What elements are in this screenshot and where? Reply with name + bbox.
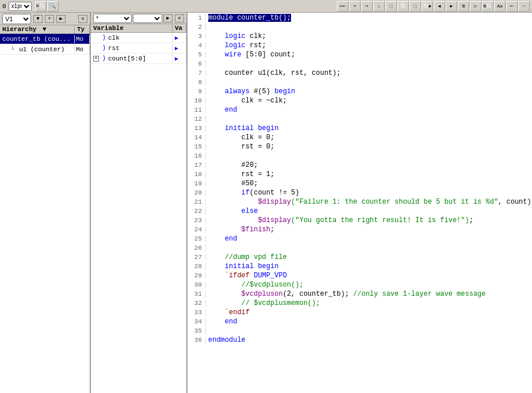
code-line: 8 [187,78,532,87]
code-text: $display("Failure 1: the counter should … [208,198,532,206]
code-text: endmodule [208,336,246,344]
code-line: 5 wire [5:0] count; [187,51,532,60]
code-text [208,60,212,68]
code-line: 7 counter u1(clk, rst, count); [187,69,532,78]
var-panel-header: * ▶ ✕ [91,13,186,24]
code-text: // $vcdplusmemon(); [208,299,320,307]
var-display-select[interactable]: * [93,14,132,23]
var-expand-arrow[interactable]: ▶ [173,34,186,42]
code-content[interactable]: 1module counter_tb();2 3 logic clk;4 log… [187,13,532,393]
line-number: 11 [187,106,206,113]
code-panel: 1module counter_tb();2 3 logic clk;4 log… [187,13,532,393]
type-col-header: Ty [75,25,90,33]
var-type-icon: ⟩ [100,33,108,42]
code-text [208,78,212,86]
var-btn-add[interactable]: ▶ [163,14,173,22]
toolbar-right-icon-7[interactable]: ⬚ [409,1,421,12]
toolbar-right-icon-1[interactable]: ⟵⟵ [337,1,349,12]
toolbar-right-icon-13[interactable]: ⊞⬜ [482,1,493,12]
code-line: 34 end [187,318,532,327]
hierarchy-row[interactable]: └ u1 (counter) Mo [0,44,90,55]
code-text [208,244,212,252]
middle-panel: * ▶ ✕ Variable Va ⟩ clk ▶ ⟩ rst ▶ + ⟩ co… [91,13,187,393]
code-text [208,152,212,160]
code-line: 33 `endif [187,308,532,318]
code-line: 30 //$vcdpluson(); [187,281,532,290]
line-number: 13 [187,125,206,132]
code-text: counter u1(clk, rst, count); [208,69,340,77]
code-text: #20; [208,161,258,169]
toolbar-right-icon-12[interactable]: ▷ [470,1,481,12]
toolbar-right-icon-9[interactable]: ◀ [434,1,445,12]
toolbar-right-icon-6[interactable]: ⬜ [397,1,409,12]
var-row-name: rst [108,45,120,52]
toolbar-right-icon-11[interactable]: ⊞ [458,1,469,12]
scope-btn-1[interactable]: ▼ [33,15,43,23]
var-type-icon: ⟩ [100,44,108,52]
line-number: 1 [187,14,206,21]
line-number: 27 [187,254,206,261]
toolbar-right-icon-15[interactable]: ⟵ [506,1,518,12]
code-line: 19 #50; [187,180,532,189]
toolbar-right-icon-8[interactable]: ⬜▶ [422,1,433,12]
code-text: $vcdpluson(2, counter_tb); //only save 1… [208,290,485,298]
code-line: 24 $finish; [187,226,532,235]
var-filter-select[interactable] [133,14,162,23]
toolbar-right-icon-2[interactable]: ↶ [349,1,361,12]
toolbar-right-icon-14[interactable]: Aa [494,1,506,12]
line-number: 6 [187,60,206,67]
line-number: 14 [187,134,206,141]
var-expand-arrow[interactable]: ▶ [173,55,186,63]
value-col-header: Va [173,24,186,32]
code-text: $finish; [208,226,274,234]
code-text: wire [5:0] count; [208,51,295,59]
code-line: 3 logic clk; [187,32,532,41]
line-number: 31 [187,291,206,297]
code-line: 21 $display("Failure 1: the counter shou… [187,198,532,207]
line-number: 28 [187,263,206,270]
var-column-headers: Variable Va [91,24,186,33]
toolbar-right-icon-16[interactable]: → [518,1,530,12]
code-text: `endif [208,308,250,316]
code-text: initial begin [208,124,278,132]
toolbar-right-icon-5[interactable]: ⬚ [385,1,397,12]
time-value: 0 [2,3,6,10]
line-number: 23 [187,217,206,224]
line-number: 21 [187,199,206,205]
hierarchy-row[interactable]: counter_tb (cou... Mo [0,34,90,44]
close-var-panel-btn[interactable]: ✕ [175,14,184,22]
variable-row[interactable]: + ⟩ count[5:0] ▶ [91,54,186,64]
code-text: else [208,207,258,215]
variable-row[interactable]: ⟩ rst ▶ [91,43,186,54]
var-expand-arrow[interactable]: ▶ [173,44,186,52]
code-text: end [208,106,237,114]
expand-btn[interactable]: + [93,56,99,62]
code-line: 32 // $vcdplusmemon(); [187,299,532,308]
code-text: //dump vpd file [208,253,287,261]
main-container: V1 ▼ + ▶ ✕ Hierarchy ▼ Ty counter_tb (co… [0,13,532,393]
code-line: 14 clk = 0; [187,133,532,143]
line-number: 5 [187,51,206,58]
code-text: rst = 0; [208,143,274,151]
toolbar-right-icon-4[interactable]: ↓ [373,1,385,12]
scope-btn-3[interactable]: ▶ [56,15,66,23]
code-text: logic clk; [208,32,266,40]
code-text: `ifdef DUMP_VPD [208,272,287,280]
code-text: //$vcdpluson(); [208,281,304,289]
code-line: 36endmodule [187,336,532,345]
toolbar-right-icon-10[interactable]: ▶ [446,1,457,12]
hier-row-name: counter_tb (cou... [2,36,71,43]
close-left-panel-btn[interactable]: ✕ [78,15,87,23]
toolbar-icon-2[interactable]: 🔍 [47,1,59,12]
toolbar-icon-1[interactable]: ≡⬜ [35,1,47,12]
code-line: 35 [187,327,532,336]
time-unit-select[interactable]: x1ps [9,2,32,11]
toolbar-right-icon-3[interactable]: ↷ [361,1,373,12]
variable-row[interactable]: ⟩ clk ▶ [91,33,186,43]
scope-dropdown[interactable]: V1 [2,14,31,24]
scope-btn-2[interactable]: + [45,15,54,23]
code-text: module counter_tb(); [208,14,291,22]
code-text [208,115,212,123]
line-number: 25 [187,235,206,242]
left-panel: V1 ▼ + ▶ ✕ Hierarchy ▼ Ty counter_tb (co… [0,13,91,393]
